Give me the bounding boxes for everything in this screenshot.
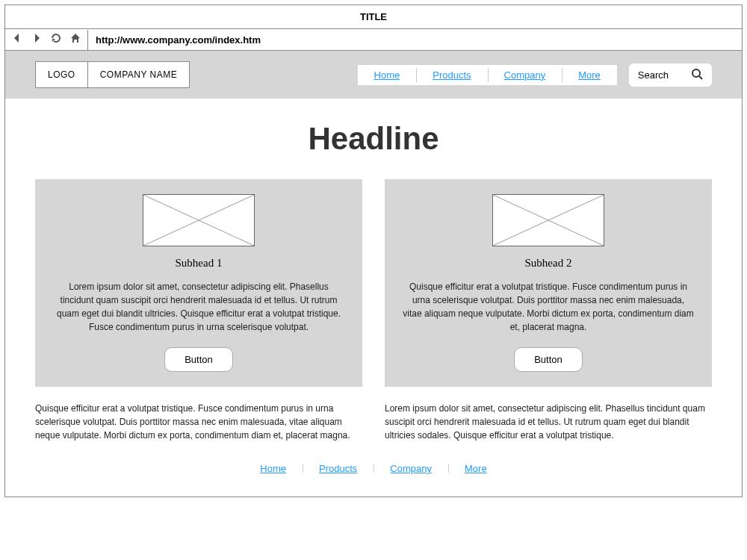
svg-line-2 [143, 195, 254, 246]
below-text-2: Lorem ipsum dolor sit amet, consectetur … [385, 402, 712, 442]
card-2-body: Quisque efficitur erat a volutpat tristi… [400, 280, 697, 334]
search-input[interactable]: Search [629, 63, 712, 87]
footer-more[interactable]: More [448, 463, 503, 474]
primary-nav: Home Products Company More [358, 65, 617, 85]
forward-icon[interactable] [31, 32, 43, 47]
search-placeholder: Search [638, 69, 669, 81]
footer-company[interactable]: Company [374, 463, 448, 474]
url-bar[interactable]: http://www.company.com/index.htm [87, 30, 742, 50]
footer-home[interactable]: Home [244, 463, 303, 474]
site-header: LOGO COMPANY NAME Home Products Company … [5, 51, 742, 99]
image-placeholder-icon [143, 194, 255, 246]
nav-more[interactable]: More [562, 65, 617, 85]
footer-products[interactable]: Products [303, 463, 374, 474]
svg-point-0 [692, 69, 700, 77]
svg-line-4 [493, 195, 604, 246]
search-icon[interactable] [691, 68, 703, 82]
back-icon[interactable] [11, 32, 23, 47]
svg-line-1 [699, 76, 702, 79]
page-headline: Headline [35, 121, 712, 157]
card-2: Subhead 2 Quisque efficitur erat a volut… [385, 179, 712, 387]
window-title: TITLE [5, 5, 742, 29]
card-1-subhead: Subhead 1 [50, 257, 347, 270]
svg-line-3 [143, 195, 254, 246]
home-icon[interactable] [69, 32, 81, 47]
image-placeholder-icon [492, 194, 604, 246]
below-text-1: Quisque efficitur erat a volutpat tristi… [35, 402, 362, 442]
company-name: COMPANY NAME [87, 62, 190, 87]
svg-line-5 [493, 195, 604, 246]
footer-nav: Home Products Company More [35, 463, 712, 474]
logo[interactable]: LOGO [36, 62, 87, 87]
nav-company[interactable]: Company [488, 65, 562, 85]
card-2-button[interactable]: Button [514, 347, 583, 372]
card-1-button[interactable]: Button [164, 347, 233, 372]
refresh-icon[interactable] [50, 32, 62, 47]
card-1: Subhead 1 Lorem ipsum dolor sit amet, co… [35, 179, 362, 387]
nav-home[interactable]: Home [358, 65, 417, 85]
card-1-body: Lorem ipsum dolor sit amet, consectetur … [50, 280, 347, 334]
browser-toolbar: http://www.company.com/index.htm [5, 29, 742, 51]
card-2-subhead: Subhead 2 [400, 257, 697, 270]
nav-products[interactable]: Products [416, 65, 487, 85]
